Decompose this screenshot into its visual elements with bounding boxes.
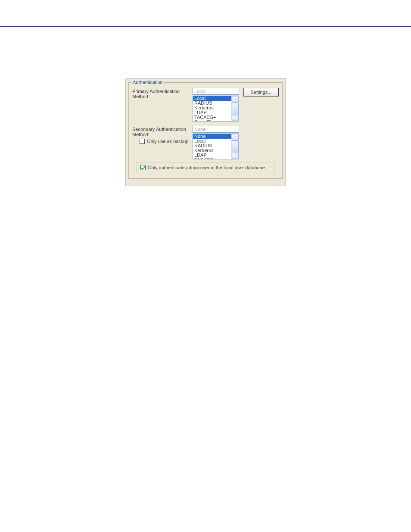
scroll-track[interactable] (232, 140, 239, 152)
primary-auth-controls: Local Local RADIUS Kerberos LDAP TACACS+… (193, 88, 239, 121)
admin-only-box: Only authenticate admin user in the loca… (137, 162, 274, 173)
secondary-listbox-scrollbar[interactable]: ˄ ˅ (231, 134, 239, 159)
secondary-auth-row: Secondary Authentication Method: Only us… (132, 126, 279, 159)
secondary-auth-listbox-items: None Local RADIUS Kerberos LDAP TACACS+ (193, 134, 231, 159)
scroll-up-icon[interactable]: ˄ (232, 134, 239, 140)
scroll-down-icon[interactable]: ˅ (232, 115, 239, 121)
settings-button[interactable]: Settings... (243, 88, 279, 96)
authentication-panel: Authentication Primary Authentication Me… (125, 78, 286, 186)
scroll-down-icon[interactable]: ˅ (232, 152, 239, 159)
primary-auth-textbox[interactable]: Local (193, 88, 239, 95)
primary-auth-listbox-items: Local RADIUS Kerberos LDAP TACACS+ Secur… (193, 96, 231, 121)
primary-listbox-scrollbar[interactable]: ˄ ˅ (231, 96, 239, 121)
groupbox-legend: Authentication (131, 80, 164, 85)
backup-checkbox-label: Only use as backup (147, 139, 189, 144)
admin-only-checkbox[interactable] (140, 165, 146, 170)
scroll-thumb[interactable] (232, 103, 239, 115)
secondary-auth-label: Secondary Authentication Method: (132, 127, 193, 137)
document-page: Authentication Primary Authentication Me… (0, 26, 411, 186)
secondary-auth-left-col: Secondary Authentication Method: Only us… (132, 126, 193, 144)
backup-checkbox[interactable] (140, 139, 145, 144)
secondary-auth-listbox[interactable]: None Local RADIUS Kerberos LDAP TACACS+ … (193, 134, 239, 159)
primary-auth-row: Primary Authentication Method: Local Loc… (132, 88, 279, 121)
secondary-auth-textbox[interactable]: None (193, 126, 239, 133)
list-item[interactable]: TACACS+ (193, 158, 231, 159)
authentication-groupbox: Authentication Primary Authentication Me… (128, 82, 283, 179)
scroll-thumb[interactable] (232, 140, 239, 153)
primary-auth-textbox-value: Local (194, 89, 206, 94)
primary-auth-listbox[interactable]: Local RADIUS Kerberos LDAP TACACS+ Secur… (193, 96, 239, 121)
list-item[interactable]: SecurID (193, 120, 231, 121)
scroll-up-icon[interactable]: ˄ (232, 96, 239, 103)
backup-checkbox-row: Only use as backup (140, 139, 193, 144)
scroll-track[interactable] (232, 103, 239, 115)
secondary-auth-controls: None None Local RADIUS Kerberos LDAP TAC… (193, 126, 239, 159)
admin-only-label: Only authenticate admin user in the loca… (148, 165, 265, 170)
secondary-auth-textbox-value: None (194, 127, 206, 132)
primary-auth-label: Primary Authentication Method: (132, 88, 193, 99)
